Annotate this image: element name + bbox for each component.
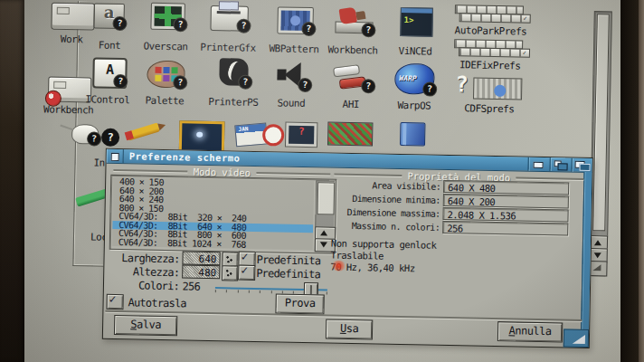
- sound-icon-label: Sound: [269, 97, 314, 110]
- height-label: Altezza:: [104, 265, 179, 280]
- vinced-icon: [400, 7, 433, 37]
- slider-tick: [327, 291, 327, 294]
- slider-tick: [260, 291, 260, 293]
- autopark-icon: [455, 5, 527, 23]
- pattern-icon-item[interactable]: [327, 121, 371, 122]
- arrow-up-icon: [320, 230, 327, 235]
- save-button[interactable]: Salva: [114, 315, 177, 336]
- screen-prefs-window: Preferenze schermo Modo video Proprietà …: [102, 148, 593, 348]
- width-label: Larghezza:: [104, 252, 179, 266]
- cdfs-icon-label: CDFSprefs: [450, 102, 528, 116]
- ahi-icon-item[interactable]: ?AHI: [332, 66, 375, 67]
- iconify-icon[interactable]: [527, 157, 549, 171]
- window-right-border: [581, 172, 592, 348]
- cdfs-icon: [455, 75, 524, 100]
- printerps-icon-label: PrinterPS: [201, 96, 266, 109]
- input-icon-partial-label: In: [93, 157, 104, 169]
- arrow-down-icon: [594, 252, 601, 258]
- warpos-icon-label: WarpOS: [389, 100, 440, 112]
- property-value: 2.048 X 1.536: [442, 207, 568, 223]
- font-icon-label: Font: [82, 39, 137, 52]
- close-icon[interactable]: [107, 149, 124, 163]
- window-resize-gadget[interactable]: [564, 329, 589, 348]
- time-icon-item[interactable]: [235, 124, 284, 125]
- slider-tick: [270, 291, 271, 293]
- monitor-photo: WorkWorkbench?Font?Overscan?PrinterGfx?W…: [0, 0, 644, 362]
- icontrol-icon-label: IControl: [78, 93, 137, 106]
- pattern-icon: [327, 121, 373, 146]
- arrow-down-icon: [320, 242, 327, 247]
- property-value: 640 X 480: [443, 180, 569, 195]
- screenmode-icon-item[interactable]: [179, 120, 219, 121]
- colors-label: Colori:: [104, 279, 179, 293]
- monitor-bezel-right: [620, 0, 639, 362]
- slider-tick: [249, 291, 250, 293]
- monitor-bezel-left: [0, 0, 24, 362]
- autopark-icon-item[interactable]: AutoParkPrefs: [455, 5, 533, 6]
- arrow-up-icon: [594, 240, 601, 245]
- height-reset-button[interactable]: [222, 265, 238, 281]
- autopark-icon-label: AutoParkPrefs: [451, 24, 529, 38]
- work-disk-icon: [51, 3, 95, 31]
- height-default-checkbox[interactable]: ✓: [238, 265, 255, 281]
- property-label: Massimo n. colori:: [329, 221, 440, 233]
- palette-icon-label: Palette: [134, 94, 195, 107]
- mode-info-line: Traslabile: [331, 250, 384, 262]
- drawer-scrollbar-knob[interactable]: [592, 14, 610, 231]
- property-label: Area visibile:: [330, 180, 440, 192]
- mode-info-line: Non supporta genlock: [331, 238, 437, 251]
- slider-tick: [226, 290, 227, 292]
- height-default-label: Predefinita: [256, 267, 337, 281]
- autoscroll-checkbox[interactable]: ✓: [106, 294, 123, 310]
- property-label: Dimensione massima:: [329, 207, 440, 219]
- trackdisk-icon: [285, 122, 318, 148]
- cancel-button[interactable]: Annulla: [497, 321, 563, 342]
- overscan-icon-label: Overscan: [134, 40, 197, 52]
- printergfx-icon-label: PrinterGfx: [195, 42, 260, 54]
- width-input[interactable]: 640: [182, 251, 220, 265]
- zoom-icon[interactable]: [549, 157, 571, 171]
- window-title: Preferenze schermo: [129, 150, 241, 163]
- height-input[interactable]: 480: [182, 264, 220, 279]
- colors-value: 256: [173, 280, 200, 293]
- time-icon: [235, 124, 284, 147]
- video-mode-listview[interactable]: 400 × 150640 × 200640 × 240800 × 150CV64…: [109, 175, 337, 254]
- slider-tick: [237, 291, 238, 293]
- vinced-icon-label: ViNCEd: [384, 45, 447, 58]
- drawer-scrollbar[interactable]: [589, 11, 611, 275]
- property-value: 640 X 200: [443, 194, 569, 209]
- trackdisk-icon-item[interactable]: [285, 122, 316, 123]
- workbench-prefs-icon-label: Workbench: [320, 43, 385, 56]
- monitor-bezel-edge: [639, 0, 644, 362]
- depth-icon[interactable]: [571, 158, 592, 172]
- use-button[interactable]: Usa: [326, 319, 373, 339]
- workbench-desktop: WorkWorkbench?Font?Overscan?PrinterGfx?W…: [24, 0, 620, 362]
- ahi-icon-label: AHI: [329, 98, 373, 110]
- drawer-scrollbar-track[interactable]: [590, 11, 612, 237]
- test-button[interactable]: Prova: [275, 293, 324, 314]
- docs-icon: [400, 122, 425, 147]
- idefix-icon: [454, 39, 526, 57]
- width-default-label: Predefinita: [256, 253, 337, 268]
- autoscroll-label: Autotrasla: [128, 296, 209, 310]
- wbpattern-icon-label: WBPattern: [261, 43, 327, 55]
- photo-artifact-red-smudge: [331, 261, 346, 272]
- drawer-resize-gadget[interactable]: [589, 261, 607, 276]
- property-value: 256: [442, 221, 568, 236]
- idefix-icon-label: IDEFixPrefs: [451, 59, 529, 72]
- property-label: Dimensione minima:: [330, 194, 440, 205]
- slider-tick: [215, 290, 216, 292]
